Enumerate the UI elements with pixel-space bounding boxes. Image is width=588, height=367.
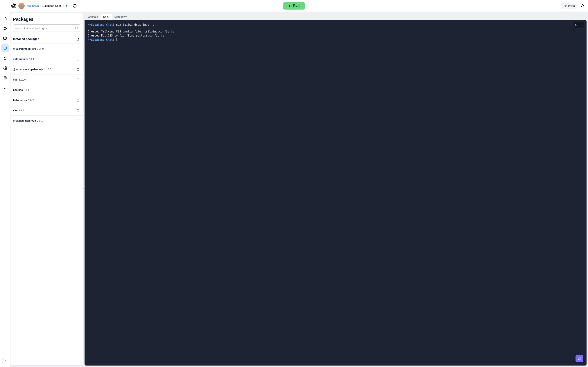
replit-logo[interactable] bbox=[11, 3, 17, 9]
package-delete-button[interactable] bbox=[76, 46, 80, 51]
hamburger-menu[interactable] bbox=[2, 2, 9, 9]
trash-icon bbox=[77, 68, 79, 71]
trash-icon bbox=[77, 78, 79, 81]
avatar-emoji: 🤖 bbox=[19, 4, 24, 8]
packages-panel: Packages Installed packages @vue/compile… bbox=[10, 13, 83, 366]
package-delete-button[interactable] bbox=[76, 67, 80, 72]
avatar[interactable]: 🤖 bbox=[18, 3, 25, 9]
search-icon bbox=[75, 26, 78, 30]
rail-debugger[interactable] bbox=[1, 34, 9, 42]
branch-icon bbox=[3, 26, 7, 30]
package-row[interactable]: vite2.7.3 bbox=[10, 105, 83, 116]
gear-icon bbox=[3, 66, 7, 70]
tech-badge[interactable] bbox=[63, 3, 70, 9]
terminal-command: npx tailwindcss init -p bbox=[116, 23, 154, 26]
package-row[interactable]: postcss8.4.5 bbox=[10, 85, 83, 95]
prompt-path: ~/Supabase-Chat bbox=[88, 23, 113, 26]
sidebar-rail: ? bbox=[0, 12, 10, 367]
package-delete-button[interactable] bbox=[76, 108, 80, 113]
prompt-path: ~/Supabase-Chat bbox=[88, 38, 113, 42]
package-delete-button[interactable] bbox=[76, 88, 80, 92]
play-icon bbox=[288, 4, 291, 7]
vue-icon bbox=[65, 4, 68, 8]
package-row[interactable]: @supabase/supabase-js1.28.5 bbox=[10, 64, 83, 74]
tab-shell[interactable]: Shell bbox=[101, 14, 112, 20]
package-search[interactable] bbox=[13, 25, 80, 32]
history-button[interactable] bbox=[71, 2, 78, 9]
rail-done[interactable] bbox=[1, 84, 9, 92]
svg-line-18 bbox=[77, 29, 78, 29]
package-version: 2.7.3 bbox=[18, 109, 24, 112]
rail-files[interactable] bbox=[1, 15, 9, 22]
package-version: 8.4.5 bbox=[24, 88, 30, 91]
package-delete-button[interactable] bbox=[76, 98, 80, 103]
terminal-cursor bbox=[116, 38, 118, 41]
prompt-dollar: $ bbox=[113, 38, 114, 42]
package-row[interactable]: @vitejs/plugin-vue2.0.1 bbox=[10, 116, 83, 126]
svg-point-16 bbox=[4, 76, 6, 77]
svg-line-20 bbox=[577, 25, 577, 26]
invite-button[interactable]: Invite bbox=[561, 3, 577, 9]
run-label: Run bbox=[293, 4, 300, 8]
breadcrumb-user[interactable]: areknawo bbox=[27, 4, 39, 7]
hamburger-icon bbox=[4, 4, 7, 8]
package-row[interactable]: vue3.2.26 bbox=[10, 74, 83, 85]
package-name: vue bbox=[13, 78, 17, 81]
package-search-input[interactable] bbox=[15, 27, 75, 30]
close-icon bbox=[580, 24, 583, 26]
package-version: 10.4.0 bbox=[29, 58, 36, 60]
invite-icon bbox=[563, 4, 567, 8]
terminal-line: ~/Supabase-Chat$ npx tailwindcss init -p bbox=[88, 23, 583, 27]
search-icon bbox=[580, 4, 585, 8]
trash-icon bbox=[77, 47, 79, 50]
prompt-dollar: $ bbox=[113, 23, 114, 26]
terminal-close-button[interactable] bbox=[579, 22, 584, 27]
package-row[interactable]: @vue/compiler-sfc3.2.26 bbox=[10, 43, 83, 54]
open-file-button[interactable] bbox=[75, 36, 80, 42]
history-icon bbox=[73, 4, 77, 8]
trash-icon bbox=[77, 58, 79, 60]
chat-fab[interactable] bbox=[576, 355, 583, 362]
breadcrumb-project[interactable]: Supabase-Chat bbox=[42, 4, 61, 7]
package-delete-button[interactable] bbox=[76, 77, 80, 82]
package-name: @supabase/supabase-js bbox=[13, 68, 43, 71]
tabs: ConsoleShellMarkdown bbox=[85, 13, 587, 20]
body: ? Packages Installed packages @vue/compi… bbox=[0, 12, 588, 367]
help-button[interactable]: ? bbox=[2, 358, 8, 364]
breadcrumb: areknawo / Supabase-Chat bbox=[27, 4, 61, 7]
breadcrumb-slash: / bbox=[40, 4, 41, 7]
svg-line-7 bbox=[583, 6, 584, 7]
right-pane: ConsoleShellMarkdown ~/Supabase-Chat$ np… bbox=[85, 13, 587, 366]
package-list: @vue/compiler-sfc3.2.26autoprefixer10.4.… bbox=[10, 43, 83, 365]
terminal-tools bbox=[574, 22, 584, 27]
rail-packages[interactable] bbox=[1, 44, 9, 52]
help-label: ? bbox=[4, 359, 6, 363]
rail-version-control[interactable] bbox=[1, 25, 9, 32]
file-icon bbox=[76, 37, 79, 41]
run-button[interactable]: Run bbox=[283, 2, 305, 9]
header: 🤖 areknawo / Supabase-Chat Run Invite bbox=[0, 0, 588, 12]
trash-icon bbox=[77, 119, 79, 122]
package-row[interactable]: autoprefixer10.4.0 bbox=[10, 54, 83, 64]
search-button[interactable] bbox=[579, 2, 586, 9]
tab-markdown[interactable]: Markdown bbox=[112, 14, 130, 20]
trash-icon bbox=[77, 99, 79, 102]
terminal-search-button[interactable] bbox=[574, 22, 579, 27]
rail-database[interactable] bbox=[1, 74, 9, 82]
package-row[interactable]: tailwindcss3.0.7 bbox=[10, 95, 83, 105]
tab-console[interactable]: Console bbox=[85, 14, 101, 20]
package-version: 2.0.1 bbox=[37, 119, 43, 122]
search-icon bbox=[575, 24, 578, 26]
package-delete-button[interactable] bbox=[76, 57, 80, 61]
package-version: 3.2.26 bbox=[37, 47, 44, 50]
rail-secrets[interactable] bbox=[1, 54, 9, 62]
rail-settings[interactable] bbox=[1, 64, 9, 72]
package-version: 3.2.26 bbox=[18, 78, 26, 81]
spiral-icon bbox=[11, 3, 17, 9]
package-name: @vitejs/plugin-vue bbox=[13, 119, 36, 122]
check-icon bbox=[3, 86, 7, 90]
terminal[interactable]: ~/Supabase-Chat$ npx tailwindcss init -p… bbox=[85, 20, 587, 366]
terminal-line: ~/Supabase-Chat$ bbox=[88, 38, 583, 42]
package-name: vite bbox=[13, 109, 17, 112]
package-delete-button[interactable] bbox=[76, 118, 80, 123]
